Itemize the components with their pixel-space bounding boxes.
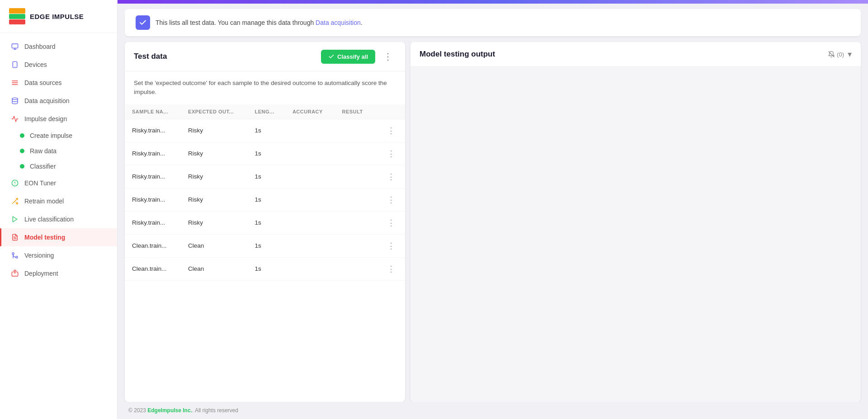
sidebar-item-label: Dashboard: [24, 43, 56, 50]
pulse-icon: [11, 115, 19, 123]
notice-bar: This lists all test data. You can manage…: [125, 9, 861, 37]
row-menu-button[interactable]: ⋮: [384, 171, 398, 183]
deployment-icon: [11, 269, 19, 278]
cell-actions: ⋮: [374, 165, 405, 188]
sidebar-item-label: Data acquisition: [24, 97, 70, 104]
footer: © 2023 EdgeImpulse Inc.. All rights rese…: [118, 402, 868, 419]
cell-actions: ⋮: [374, 234, 405, 257]
subitem-label: Raw data: [30, 147, 57, 155]
sidebar-item-data-acquisition[interactable]: Data acquisition: [0, 92, 117, 110]
cell-accuracy: [285, 165, 335, 188]
col-sample-name: SAMPLE NA...: [125, 104, 181, 119]
sidebar-item-eon-tuner[interactable]: EON Tuner: [0, 174, 117, 192]
content-area: Test data Classify all ⋮ Set the 'expect…: [118, 42, 868, 402]
cell-expected-out: Risky: [181, 119, 247, 142]
row-menu-button[interactable]: ⋮: [384, 125, 398, 137]
live-icon: [11, 215, 19, 223]
row-menu-button[interactable]: ⋮: [384, 263, 398, 275]
row-menu-button[interactable]: ⋮: [384, 240, 398, 252]
sidebar-subitem-classifier[interactable]: Classifier: [0, 159, 117, 174]
sidebar-item-retrain-model[interactable]: Retrain model: [0, 192, 117, 210]
data-acquisition-link[interactable]: Data acquisition: [316, 19, 361, 26]
notice-text: This lists all test data. You can manage…: [156, 19, 363, 26]
svg-rect-2: [9, 19, 25, 24]
subitem-label: Create impulse: [30, 132, 72, 139]
cell-sample-name: Risky.train...: [125, 188, 181, 211]
right-panel-content: [410, 67, 861, 402]
sidebar-item-versioning[interactable]: Versioning: [0, 246, 117, 264]
test-data-panel: Test data Classify all ⋮ Set the 'expect…: [125, 42, 405, 402]
sidebar-subitem-raw-data[interactable]: Raw data: [0, 143, 117, 159]
cell-expected-out: Risky: [181, 188, 247, 211]
cell-expected-out: Clean: [181, 234, 247, 257]
subitem-label: Classifier: [30, 163, 56, 170]
sidebar-item-live-classification[interactable]: Live classification: [0, 210, 117, 228]
table-row: Risky.train... Risky 1s ⋮: [125, 119, 405, 142]
sidebar-item-impulse-design[interactable]: Impulse design: [0, 110, 117, 128]
panel-more-button[interactable]: ⋮: [380, 49, 396, 64]
device-icon: [11, 61, 19, 69]
table-row: Clean.train... Clean 1s ⋮: [125, 257, 405, 280]
cell-expected-out: Risky: [181, 211, 247, 234]
cell-accuracy: [285, 119, 335, 142]
dot-icon: [20, 133, 24, 138]
table-row: Risky.train... Risky 1s ⋮: [125, 188, 405, 211]
dropdown-button[interactable]: ▾: [848, 49, 852, 59]
test-data-table: SAMPLE NA... EXPECTED OUT... LENG... ACC…: [125, 104, 405, 281]
cell-result: [335, 234, 374, 257]
cell-actions: ⋮: [374, 188, 405, 211]
classify-all-button[interactable]: Classify all: [321, 50, 375, 64]
panel-description: Set the 'expected outcome' for each samp…: [125, 71, 405, 104]
col-expected-out: EXPECTED OUT...: [181, 104, 247, 119]
svg-rect-0: [9, 8, 25, 14]
eon-icon: [11, 179, 19, 187]
cell-length: 1s: [248, 257, 285, 280]
cell-accuracy: [285, 188, 335, 211]
sidebar-item-dashboard[interactable]: Dashboard: [0, 38, 117, 56]
svg-rect-3: [12, 44, 18, 48]
cell-result: [335, 211, 374, 234]
cell-result: [335, 257, 374, 280]
cell-sample-name: Risky.train...: [125, 165, 181, 188]
table-row: Risky.train... Risky 1s ⋮: [125, 142, 405, 165]
cell-result: [335, 119, 374, 142]
footer-company-link[interactable]: EdgeImpulse Inc.: [147, 407, 192, 414]
sidebar-item-model-testing[interactable]: Model testing: [0, 228, 117, 246]
sidebar-item-label: Live classification: [24, 216, 74, 223]
svg-rect-1: [9, 14, 25, 19]
sidebar-item-label: Devices: [24, 61, 47, 68]
table-row: Risky.train... Risky 1s ⋮: [125, 165, 405, 188]
retrain-icon: [11, 197, 19, 205]
model-testing-output-panel: Model testing output (0) ▾: [410, 42, 861, 402]
sidebar-subitem-create-impulse[interactable]: Create impulse: [0, 128, 117, 143]
notification-badge[interactable]: (0): [828, 51, 844, 58]
table-body: Risky.train... Risky 1s ⋮ Risky.train...…: [125, 119, 405, 280]
row-menu-button[interactable]: ⋮: [384, 194, 398, 206]
top-gradient-bar: [118, 0, 868, 4]
cell-result: [335, 188, 374, 211]
sidebar-item-label: Retrain model: [24, 198, 64, 205]
cell-actions: ⋮: [374, 211, 405, 234]
row-menu-button[interactable]: ⋮: [384, 148, 398, 160]
edge-impulse-logo-icon: [9, 8, 25, 24]
sidebar-item-deployment[interactable]: Deployment: [0, 264, 117, 282]
sidebar-item-devices[interactable]: Devices: [0, 56, 117, 74]
sidebar-item-data-sources[interactable]: Data sources: [0, 74, 117, 92]
cell-result: [335, 142, 374, 165]
cell-accuracy: [285, 257, 335, 280]
database-icon: [11, 97, 19, 105]
notification-count: (0): [837, 51, 844, 58]
sidebar: EDGE IMPULSE Dashboard Devices: [0, 0, 118, 419]
svg-marker-17: [13, 217, 17, 222]
svg-rect-6: [13, 61, 17, 67]
row-menu-button[interactable]: ⋮: [384, 217, 398, 229]
sidebar-item-label: Versioning: [24, 252, 54, 259]
sidebar-logo: EDGE IMPULSE: [0, 0, 117, 33]
col-length: LENG...: [248, 104, 285, 119]
table-row: Clean.train... Clean 1s ⋮: [125, 234, 405, 257]
monitor-icon: [11, 42, 19, 51]
versioning-icon: [11, 251, 19, 259]
cell-result: [335, 165, 374, 188]
panel-title: Test data: [134, 52, 167, 61]
notification-icon: [828, 51, 835, 58]
